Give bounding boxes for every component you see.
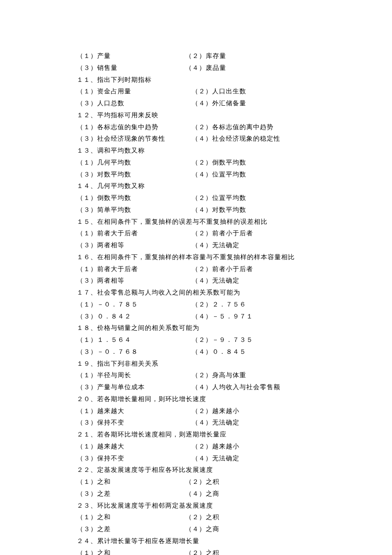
question-17-title: １７、社会零售总额与人均收入之间的相关系数可能为	[77, 287, 315, 299]
option-1: （１）前者大于后者	[77, 228, 192, 240]
question-22-options-row-1: （１）之和 （２）之积	[77, 476, 315, 488]
question-12-title: １２、平均指标可用来反映	[77, 110, 315, 121]
option-3: （３）保持不变	[77, 417, 192, 429]
question-21-options-row-2: （３）保持不变 （４）无法确定	[77, 453, 315, 465]
option-1: （１）各标志值的集中趋势	[77, 121, 192, 133]
question-22-title: ２２、定基发展速度等于相应各环比发展速度	[77, 464, 315, 476]
question-16-options-row-2: （３）两者相等 （４）无法确定	[77, 275, 315, 287]
question-17-options-row-2: （３）０．８４２ （４）－５．９７１	[77, 311, 315, 323]
option-4: （４）废品量	[185, 62, 315, 74]
option-2: （２）之积	[185, 547, 315, 555]
option-1: （１）产量	[77, 50, 185, 62]
question-17-options-row-1: （１）－０．７８５ （２）２．７５６	[77, 299, 315, 311]
question-15-options-row-2: （３）两者相等 （４）无法确定	[77, 240, 315, 251]
question-23-title: ２３、环比发展速度等于相邻两定基发展速度	[77, 500, 315, 512]
option-1: （１）前者大于后者	[77, 263, 192, 275]
question-24-options-row-1: （１）之和 （２）之积	[77, 547, 315, 555]
option-1: （１）半径与周长	[77, 370, 192, 382]
option-3: （３）－０．７６８	[77, 346, 192, 358]
question-14-title: １４、几何平均数又称	[77, 180, 315, 192]
option-2: （２）前者小于后者	[192, 228, 315, 240]
option-4: （４）－５．９７１	[192, 311, 315, 323]
option-2: （２）各标志值的离中趋势	[192, 121, 315, 133]
option-4: （４）外汇储备量	[192, 98, 315, 110]
option-2: （２）越来越小	[192, 441, 315, 453]
option-3: （３）两者相等	[77, 275, 192, 287]
option-1: （１）几何平均数	[77, 157, 192, 169]
option-2: （２）库存量	[185, 50, 315, 62]
question-22-options-row-2: （３）之差 （４）之商	[77, 488, 315, 500]
option-4: （４）之商	[185, 523, 315, 535]
option-3: （３）两者相等	[77, 240, 192, 251]
orphan-options-row-2: （３）销售量 （４）废品量	[77, 62, 315, 74]
option-2: （２）前者小于后者	[192, 263, 315, 275]
option-4: （４）无法确定	[192, 275, 315, 287]
option-3: （３）人口总数	[77, 98, 192, 110]
question-16-title: １６、在相同条件下，重复抽样的样本容量与不重复抽样的样本容量相比	[77, 251, 315, 263]
option-4: （４）无法确定	[192, 240, 315, 251]
option-1: （１）资金占用量	[77, 86, 192, 98]
question-16-options-row-1: （１）前者大于后者 （２）前者小于后者	[77, 263, 315, 275]
option-2: （２）身高与体重	[192, 370, 315, 382]
option-1: （１）１．５６４	[77, 334, 192, 346]
question-18-title: １８、价格与销量之间的相关系数可能为	[77, 322, 315, 334]
orphan-options-row-1: （１）产量 （２）库存量	[77, 50, 315, 62]
question-18-options-row-1: （１）１．５６４ （２）－９．７３５	[77, 334, 315, 346]
question-19-options-row-2: （３）产量与单位成本 （４）人均收入与社会零售额	[77, 382, 315, 393]
question-15-options-row-1: （１）前者大于后者 （２）前者小于后者	[77, 228, 315, 240]
question-20-options-row-1: （１）越来越大 （２）越来越小	[77, 405, 315, 417]
question-23-options-row-1: （１）之和 （２）之积	[77, 512, 315, 523]
option-4: （４）无法确定	[192, 453, 315, 465]
question-19-options-row-1: （１）半径与周长 （２）身高与体重	[77, 370, 315, 382]
option-4: （４）人均收入与社会零售额	[192, 382, 315, 393]
option-3: （３）对数平均数	[77, 169, 192, 181]
question-21-title: ２１、若各期环比增长速度相同，则逐期增长量应	[77, 429, 315, 441]
option-2: （２）之积	[185, 512, 315, 523]
question-20-options-row-2: （３）保持不变 （４）无法确定	[77, 417, 315, 429]
question-12-options-row-2: （３）社会经济现象的节奏性 （４）社会经济现象的稳定性	[77, 133, 315, 145]
option-1: （１）之和	[77, 476, 185, 488]
option-4: （４）无法确定	[192, 417, 315, 429]
question-15-title: １５、在相同条件下，重复抽样的误差与不重复抽样的误差相比	[77, 216, 315, 228]
option-2: （２）２．７５６	[192, 299, 315, 311]
option-3: （３）之差	[77, 488, 185, 500]
option-4: （４）之商	[185, 488, 315, 500]
question-20-title: ２０、若各期增长量相同，则环比增长速度	[77, 393, 315, 405]
option-3: （３）社会经济现象的节奏性	[77, 133, 192, 145]
question-13-options-row-2: （３）对数平均数 （４）位置平均数	[77, 169, 315, 181]
option-2: （２）倒数平均数	[192, 157, 315, 169]
option-3: （３）保持不变	[77, 453, 192, 465]
question-14-options-row-1: （１）倒数平均数 （２）位置平均数	[77, 192, 315, 204]
option-4: （４）社会经济现象的稳定性	[192, 133, 315, 145]
option-1: （１）越来越大	[77, 441, 192, 453]
option-1: （１）倒数平均数	[77, 192, 192, 204]
question-11-options-row-2: （３）人口总数 （４）外汇储备量	[77, 98, 315, 110]
question-11-title: １１、指出下列时期指标	[77, 74, 315, 86]
option-2: （２）越来越小	[192, 405, 315, 417]
option-4: （４）对数平均数	[192, 204, 315, 216]
question-13-title: １３、调和平均数又称	[77, 145, 315, 157]
option-1: （１）之和	[77, 547, 185, 555]
option-1: （１）越来越大	[77, 405, 192, 417]
question-23-options-row-2: （３）之差 （４）之商	[77, 523, 315, 535]
option-2: （２）人口出生数	[192, 86, 315, 98]
option-2: （２）之积	[185, 476, 315, 488]
option-1: （１）之和	[77, 512, 185, 523]
option-3: （３）之差	[77, 523, 185, 535]
option-2: （２）位置平均数	[192, 192, 315, 204]
question-12-options-row-1: （１）各标志值的集中趋势 （２）各标志值的离中趋势	[77, 121, 315, 133]
question-11-options-row-1: （１）资金占用量 （２）人口出生数	[77, 86, 315, 98]
option-4: （４）０．８４５	[192, 346, 315, 358]
question-19-title: １９、指出下列非相关关系	[77, 358, 315, 370]
option-3: （３）产量与单位成本	[77, 382, 192, 393]
option-1: （１）－０．７８５	[77, 299, 192, 311]
option-3: （３）销售量	[77, 62, 185, 74]
question-24-title: ２４、累计增长量等于相应各逐期增长量	[77, 535, 315, 547]
option-3: （３）简单平均数	[77, 204, 192, 216]
option-2: （２）－９．７３５	[192, 334, 315, 346]
question-21-options-row-1: （１）越来越大 （２）越来越小	[77, 441, 315, 453]
question-14-options-row-2: （３）简单平均数 （４）对数平均数	[77, 204, 315, 216]
option-4: （４）位置平均数	[192, 169, 315, 181]
question-13-options-row-1: （１）几何平均数 （２）倒数平均数	[77, 157, 315, 169]
question-18-options-row-2: （３）－０．７６８ （４）０．８４５	[77, 346, 315, 358]
